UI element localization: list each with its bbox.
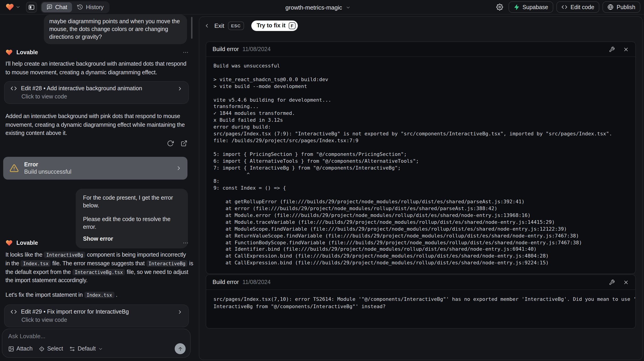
user-message-line: Please edit the code to resolve the erro… <box>83 216 180 231</box>
panel-left-icon <box>28 4 35 10</box>
image-icon <box>8 346 14 352</box>
chevron-right-icon <box>176 165 182 171</box>
user-message-line: For the code present, I get the error be… <box>83 194 180 209</box>
assistant-header: Lovable <box>6 239 189 247</box>
build-error-date: 11/08/2024 <box>242 279 270 285</box>
edit-card-subtitle: Click to view code <box>22 317 183 323</box>
inline-code: InteractiveBg <box>44 252 86 258</box>
settings-button[interactable] <box>494 1 505 13</box>
assistant-header: Lovable <box>6 49 189 56</box>
build-error-title: Build error <box>212 46 239 52</box>
code-icon <box>562 4 568 10</box>
chat-input[interactable] <box>8 333 186 343</box>
esc-key-badge: ESC <box>228 21 244 30</box>
wrench-icon[interactable] <box>609 279 615 285</box>
chevron-down-icon <box>16 4 20 9</box>
topbar-actions: Supabase Edit code Publish <box>494 1 640 13</box>
attach-label: Attach <box>16 346 32 352</box>
build-error-title: Build error <box>212 279 239 285</box>
inline-code: InteractiveBg.tsx <box>72 269 125 275</box>
assistant-message: I'll help create an interactive backgrou… <box>6 60 190 77</box>
supabase-bolt-icon <box>513 4 519 10</box>
error-card-title: Error <box>24 161 72 168</box>
build-error-date: 11/08/2024 <box>242 46 270 52</box>
open-external-icon[interactable] <box>180 140 188 147</box>
lovable-heart-icon <box>6 49 13 56</box>
message-menu-button[interactable] <box>182 240 189 246</box>
lovable-heart-icon <box>6 239 13 247</box>
send-button[interactable] <box>175 343 186 354</box>
build-error-header: Build error 11/08/2024 <box>206 42 635 57</box>
build-error-header: Build error 11/08/2024 <box>206 275 635 290</box>
assistant-message: Let's fix the import statement in Index.… <box>6 291 190 299</box>
tab-history-label: History <box>86 4 104 10</box>
edit-code-button[interactable]: Edit code <box>556 1 599 13</box>
top-bar: Chat History growth-metrics-magic <box>0 0 644 14</box>
project-title-menu[interactable]: growth-metrics-magic <box>286 0 351 14</box>
restore-icon[interactable] <box>167 140 174 147</box>
globe-icon <box>608 4 614 10</box>
arrow-up-icon <box>177 346 183 352</box>
build-error-log: src/pages/Index.tsx(7,10): error TS2614:… <box>206 290 635 328</box>
edit-card-subtitle: Click to view code <box>22 93 183 100</box>
close-icon[interactable] <box>623 46 629 52</box>
mode-label: Default <box>78 346 96 352</box>
inline-code: InteractiveBg <box>146 260 188 267</box>
assistant-name: Lovable <box>16 240 38 246</box>
chat-panel: maybe diagramming points and when you mo… <box>0 14 194 361</box>
exit-button[interactable]: Exit <box>214 22 224 29</box>
chat-bubble-icon <box>46 4 52 10</box>
project-title: growth-metrics-magic <box>286 4 342 11</box>
build-error-log: Build was unsuccessful > vite_react_shad… <box>206 57 635 274</box>
supabase-label: Supabase <box>522 4 548 10</box>
tab-chat[interactable]: Chat <box>42 2 72 12</box>
chevron-left-icon <box>204 22 210 28</box>
chevron-down-icon <box>346 5 351 10</box>
close-icon[interactable] <box>623 279 629 285</box>
edit-code-label: Edit code <box>570 4 594 10</box>
history-icon <box>77 4 83 10</box>
chevron-right-icon <box>177 309 183 315</box>
error-panel-toolbar: Exit ESC Try to fix it F <box>204 19 298 31</box>
edit-29-card[interactable]: Edit #29 • Fix import error for Interact… <box>4 305 189 327</box>
message-actions <box>167 140 188 147</box>
chevron-right-icon <box>177 85 183 91</box>
wrench-icon[interactable] <box>609 46 615 52</box>
build-error-log-card: Build error 11/08/2024 src/pages/Index.t… <box>206 274 636 329</box>
error-detail-panel: Exit ESC Try to fix it F Build error 11/… <box>199 16 643 360</box>
try-to-fix-button[interactable]: Try to fix it F <box>251 20 298 31</box>
tab-history[interactable]: History <box>72 2 109 12</box>
assistant-message: It looks like the InteractiveBg componen… <box>6 251 190 285</box>
inline-code: Index.tsx <box>21 260 51 267</box>
attach-button[interactable]: Attach <box>8 346 32 352</box>
build-error-log-card: Build error 11/08/2024 Build was unsucce… <box>206 41 636 274</box>
toggle-sidebar-button[interactable] <box>26 1 37 12</box>
select-label: Select <box>47 346 63 352</box>
code-icon <box>10 309 17 315</box>
build-error-card[interactable]: Error Build unsuccessful <box>3 157 188 180</box>
message-menu-button[interactable] <box>182 49 189 56</box>
lovable-logo-menu[interactable] <box>6 3 20 11</box>
user-message: maybe diagramming points and when you mo… <box>44 14 187 44</box>
chat-input-box: Attach Select Default <box>2 329 191 358</box>
chat-scrollbar[interactable] <box>191 17 192 39</box>
tab-chat-label: Chat <box>55 4 67 10</box>
edit-28-card[interactable]: Edit #28 • Add interactive background an… <box>4 81 189 104</box>
gear-icon <box>496 4 503 10</box>
select-button[interactable]: Select <box>39 346 63 352</box>
app-window: Chat History growth-metrics-magic <box>0 0 644 361</box>
supabase-button[interactable]: Supabase <box>508 1 553 13</box>
edit-card-title: Edit #28 • Add interactive background an… <box>21 85 142 92</box>
target-icon <box>39 346 45 352</box>
chevron-down-icon <box>98 346 103 351</box>
edit-card-title: Edit #29 • Fix import error for Interact… <box>21 309 129 315</box>
warning-triangle-icon <box>10 164 19 173</box>
assistant-message: Added an interactive background with pin… <box>6 112 190 137</box>
publish-label: Publish <box>617 4 635 10</box>
sliders-icon <box>69 346 75 352</box>
chat-history-tabs: Chat History <box>40 1 110 13</box>
f-key-badge: F <box>289 22 296 29</box>
publish-button[interactable]: Publish <box>602 1 640 13</box>
mode-dropdown[interactable]: Default <box>69 346 103 352</box>
lovable-heart-icon <box>6 3 14 11</box>
